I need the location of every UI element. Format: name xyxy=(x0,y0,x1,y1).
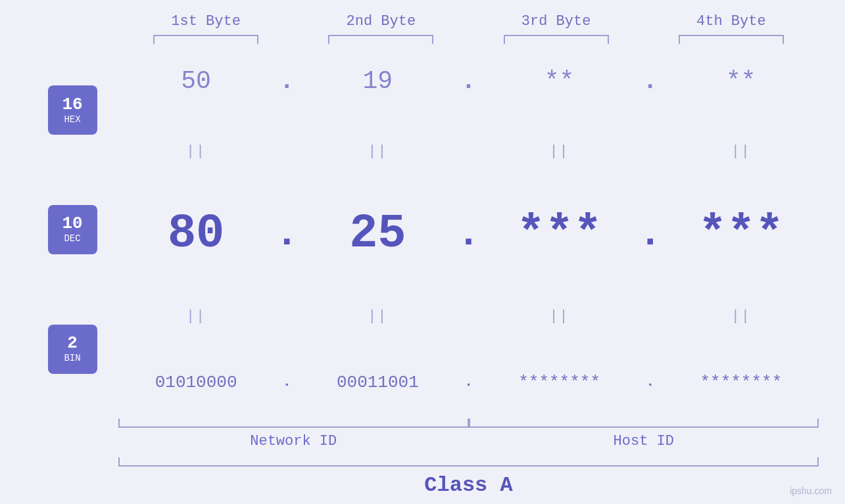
eq1-2: || xyxy=(300,143,455,160)
id-labels-row: Network ID Host ID xyxy=(118,433,819,449)
byte-col-4: 4th Byte xyxy=(644,13,819,44)
equals-sign-2-4: || xyxy=(731,308,751,325)
badges-col: 16 HEX 10 DEC 2 BIN xyxy=(26,44,118,415)
hex-cell-1: 50 xyxy=(118,67,274,95)
values-grid: 50 . 19 . ** . ** || || xyxy=(118,44,819,415)
dec-dot-3: . xyxy=(637,212,664,256)
full-bracket-row xyxy=(118,457,819,467)
bin-badge-number: 2 xyxy=(67,334,78,352)
hex-value-2: 19 xyxy=(363,67,393,95)
host-id-label: Host ID xyxy=(469,433,819,449)
watermark: ipshu.com xyxy=(790,486,832,496)
equals-sign-2-2: || xyxy=(368,308,387,325)
dec-value-4: *** xyxy=(698,207,784,261)
hex-badge-number: 16 xyxy=(62,96,82,113)
eq2-3: || xyxy=(482,308,637,325)
dec-value-1: 80 xyxy=(168,207,224,261)
byte-col-2: 2nd Byte xyxy=(293,13,468,44)
dec-dot-1: . xyxy=(274,212,300,256)
bin-value-2: 00011001 xyxy=(337,373,419,392)
hex-value-4: ** xyxy=(726,67,756,95)
bracket-host xyxy=(469,419,819,428)
dec-badge-label: DEC xyxy=(64,233,80,244)
dec-cell-4: *** xyxy=(664,207,819,261)
eq2-4: || xyxy=(664,308,819,325)
eq1-4: || xyxy=(664,143,819,160)
bin-value-4: ******** xyxy=(700,373,782,392)
bracket-top-3 xyxy=(504,35,609,44)
dec-cell-1: 80 xyxy=(118,207,274,261)
bracket-full xyxy=(118,457,819,467)
byte-label-4: 4th Byte xyxy=(696,13,766,30)
dec-cell-3: *** xyxy=(482,207,637,261)
bin-dot-1: . xyxy=(274,374,300,390)
equals-row-1: || || || || xyxy=(118,142,819,161)
hex-badge-label: HEX xyxy=(64,114,80,125)
dec-badge-number: 10 xyxy=(62,215,82,232)
network-id-label: Network ID xyxy=(118,433,469,449)
bin-badge-label: BIN xyxy=(64,353,80,363)
hex-dot-1: . xyxy=(274,67,300,95)
hex-badge: 16 HEX xyxy=(48,85,97,135)
hex-row: 50 . 19 . ** . ** xyxy=(118,67,819,95)
bin-value-1: 01010000 xyxy=(155,373,237,392)
equals-row-2: || || || || xyxy=(118,307,819,326)
bin-cell-1: 01010000 xyxy=(118,373,274,392)
byte-col-1: 1st Byte xyxy=(118,13,293,44)
hex-cell-3: ** xyxy=(482,67,637,95)
header-row: 1st Byte 2nd Byte 3rd Byte 4th Byte xyxy=(26,13,819,44)
eq1-1: || xyxy=(118,143,274,160)
equals-sign-2-3: || xyxy=(549,308,569,325)
eq1-3: || xyxy=(482,143,637,160)
main-area: 16 HEX 10 DEC 2 BIN 50 . 19 xyxy=(26,44,819,415)
class-label: Class A xyxy=(424,473,512,497)
dec-row: 80 . 25 . *** . *** xyxy=(118,207,819,261)
dec-cell-2: 25 xyxy=(300,207,455,261)
dec-value-2: 25 xyxy=(349,207,406,261)
hex-dot-2: . xyxy=(456,67,482,95)
bracket-top-4 xyxy=(679,35,784,44)
byte-label-3: 3rd Byte xyxy=(521,13,591,30)
hex-value-1: 50 xyxy=(181,67,211,95)
bin-value-3: ******** xyxy=(518,373,600,392)
equals-sign-1-3: || xyxy=(549,143,569,160)
main-container: 1st Byte 2nd Byte 3rd Byte 4th Byte 16 H… xyxy=(0,0,845,504)
equals-sign-2-1: || xyxy=(186,308,206,325)
equals-sign-1-1: || xyxy=(186,143,206,160)
bin-dot-2: . xyxy=(456,374,482,390)
bin-cell-3: ******** xyxy=(482,373,637,392)
hex-cell-4: ** xyxy=(664,67,819,95)
dec-value-3: *** xyxy=(517,207,602,261)
bin-cell-2: 00011001 xyxy=(300,373,455,392)
byte-col-3: 3rd Byte xyxy=(469,13,644,44)
byte-label-1: 1st Byte xyxy=(171,13,241,30)
bottom-section: Network ID Host ID Class A xyxy=(26,419,819,497)
class-label-row: Class A xyxy=(118,473,819,497)
eq2-2: || xyxy=(300,308,455,325)
bracket-network xyxy=(118,419,469,428)
equals-sign-1-4: || xyxy=(731,143,751,160)
bin-dot-3: . xyxy=(637,374,664,390)
hex-value-3: ** xyxy=(544,67,575,95)
bin-cell-4: ******** xyxy=(664,373,819,392)
dec-badge: 10 DEC xyxy=(48,205,97,254)
equals-sign-1-2: || xyxy=(368,143,387,160)
bracket-top-2 xyxy=(328,35,433,44)
bin-row: 01010000 . 00011001 . ******** . *******… xyxy=(118,373,819,392)
dec-dot-2: . xyxy=(456,212,482,256)
eq2-1: || xyxy=(118,308,274,325)
bin-badge: 2 BIN xyxy=(48,325,97,374)
bracket-bottom-row xyxy=(118,419,819,428)
byte-label-2: 2nd Byte xyxy=(347,13,416,30)
hex-dot-3: . xyxy=(637,67,664,95)
bracket-top-1 xyxy=(153,35,258,44)
hex-cell-2: 19 xyxy=(300,67,455,95)
